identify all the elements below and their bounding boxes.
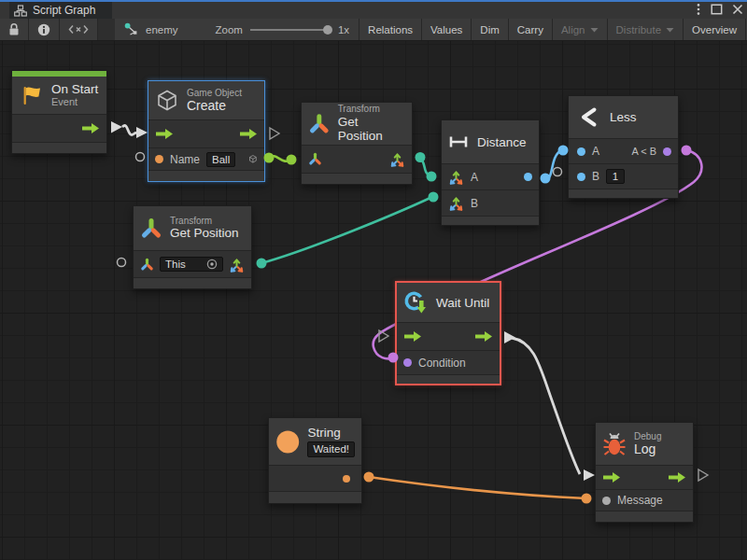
zoom-slider-handle[interactable]: [323, 25, 332, 35]
string-icon: [275, 429, 300, 455]
wire-waituntil-to-log[interactable]: [512, 338, 580, 474]
unconnected-exec-stub[interactable]: [379, 330, 388, 342]
exec-input-port[interactable]: [602, 471, 621, 483]
node-distance[interactable]: Distance A B: [441, 119, 540, 226]
close-icon[interactable]: [732, 4, 743, 15]
vector3-output-port[interactable]: [229, 257, 245, 273]
exec-input-port[interactable]: [155, 128, 174, 140]
transform-input-port[interactable]: [140, 258, 154, 272]
unconnected-exec-stub[interactable]: [698, 469, 708, 481]
cube-icon: [155, 89, 179, 113]
carry-button[interactable]: Carry: [509, 19, 553, 40]
graph-name[interactable]: enemy: [146, 24, 178, 35]
string-output-port[interactable]: [343, 475, 350, 483]
toolbar-button-row: Relations Values Dim Carry Align Distrib…: [359, 19, 747, 40]
result-label: A < B: [631, 146, 656, 157]
bool-output-port[interactable]: [663, 147, 671, 156]
zoom-slider[interactable]: [250, 24, 331, 35]
unconnected-port-ring[interactable]: [136, 153, 145, 161]
port-label: Name: [170, 153, 200, 166]
node-surtitle: Transform: [170, 216, 239, 227]
gameobject-output-port[interactable]: [248, 152, 258, 166]
port-label: Message: [617, 494, 663, 507]
window-menu-icon[interactable]: [696, 3, 701, 16]
node-less[interactable]: Less A A < B B 1: [568, 95, 679, 199]
tab-script-graph[interactable]: Script Graph: [9, 2, 112, 19]
vector3-input-port-b[interactable]: [448, 195, 464, 211]
node-get-position-top[interactable]: Transform Get Position: [301, 102, 413, 185]
exec-output-port[interactable]: [668, 471, 686, 483]
object-picker-icon[interactable]: [206, 259, 218, 270]
distribute-button[interactable]: Distribute: [608, 19, 684, 40]
code-view-button[interactable]: [60, 19, 98, 40]
float-output-port[interactable]: [524, 173, 532, 181]
input-port-a[interactable]: [577, 147, 585, 156]
unity-script-graph-window: Script Graph: [0, 0, 747, 560]
b-value-field[interactable]: 1: [606, 169, 625, 184]
node-title: Less: [610, 110, 637, 124]
node-surtitle: Transform: [338, 104, 405, 115]
node-footer: [302, 173, 412, 184]
exec-output-port[interactable]: [239, 128, 258, 140]
exec-input-port[interactable]: [403, 330, 422, 343]
info-icon: [37, 23, 50, 36]
unconnected-port-ring[interactable]: [118, 259, 126, 267]
wire-endpoint: [429, 192, 439, 203]
name-value-field[interactable]: Ball: [206, 152, 235, 167]
graph-toolbar: enemy Zoom 1x Relations Values Dim Carry…: [0, 19, 747, 41]
wire-distance-to-less-a[interactable]: [545, 150, 562, 178]
vector3-input-port-a[interactable]: [448, 169, 464, 185]
node-get-position-bottom[interactable]: Transform Get Position This: [133, 205, 252, 289]
string-value-field[interactable]: Waited!: [307, 441, 355, 457]
wait-until-icon: [403, 290, 429, 315]
wire-endpoint: [416, 152, 426, 162]
dim-button[interactable]: Dim: [472, 19, 508, 40]
node-gameobject-create[interactable]: Game Object Create Name Ball: [148, 80, 265, 182]
input-port-b[interactable]: [577, 173, 585, 181]
node-footer: [569, 189, 678, 198]
name-input-port[interactable]: [155, 155, 163, 163]
node-footer: [442, 216, 539, 225]
relations-button[interactable]: Relations: [359, 19, 422, 40]
unconnected-exec-stub[interactable]: [270, 128, 279, 139]
wire-create-to-getposition[interactable]: [269, 156, 291, 161]
node-string-literal[interactable]: String Waited!: [268, 417, 362, 504]
node-surtitle: Game Object: [187, 88, 242, 99]
port-label: B: [592, 170, 599, 183]
node-on-start-event[interactable]: On Start Event: [11, 70, 107, 154]
node-title: Distance: [477, 135, 527, 149]
wire-endpoint: [427, 172, 437, 182]
port-label: Condition: [418, 357, 466, 370]
wire-endpoint: [364, 472, 374, 483]
graph-canvas[interactable]: On Start Event Game Object Create: [0, 41, 747, 560]
message-input-port[interactable]: [602, 497, 611, 505]
node-footer: [12, 142, 106, 153]
wire-endpoint: [541, 174, 551, 184]
unconnected-port-ring[interactable]: [554, 168, 562, 176]
distance-icon: [448, 134, 469, 149]
lock-button[interactable]: [0, 19, 29, 40]
vector3-output-port[interactable]: [389, 151, 405, 167]
node-wait-until[interactable]: Wait Until Condition: [395, 281, 501, 385]
exec-output-port[interactable]: [474, 330, 493, 343]
flag-icon: [19, 83, 44, 108]
node-debug-log[interactable]: Debug Log Message: [595, 422, 694, 523]
transform-input-port[interactable]: [308, 152, 322, 166]
node-title: On Start: [51, 82, 98, 97]
port-label: B: [471, 197, 478, 210]
maximize-icon[interactable]: [711, 4, 723, 15]
node-title: Create: [187, 98, 242, 113]
wire-start-triangle: [504, 331, 515, 343]
info-button[interactable]: [29, 19, 60, 40]
align-button[interactable]: Align: [553, 19, 608, 40]
target-field[interactable]: This: [160, 257, 223, 272]
values-button[interactable]: Values: [422, 19, 472, 40]
condition-input-port[interactable]: [403, 358, 412, 367]
wire-string-to-message[interactable]: [369, 477, 586, 498]
wire-getposition-bottom-to-distance-b[interactable]: [261, 197, 432, 263]
wire-onstart-to-create[interactable]: [122, 126, 140, 135]
node-footer: [596, 511, 693, 522]
exec-output-port[interactable]: [81, 122, 100, 134]
wire-getposition-top-to-distance-a[interactable]: [420, 158, 430, 176]
overview-button[interactable]: Overview: [684, 19, 746, 40]
